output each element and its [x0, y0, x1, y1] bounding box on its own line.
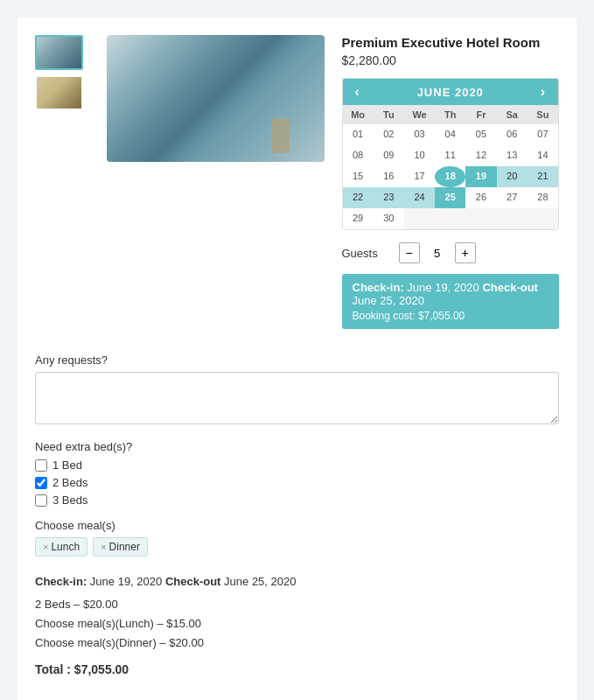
calendar-cell[interactable]: 28 [528, 187, 558, 208]
summary-beds: 2 Beds – $20.00 [35, 595, 559, 614]
meal-dinner-remove[interactable]: × [101, 542, 106, 552]
room-title: Premium Executive Hotel Room [342, 35, 560, 50]
requests-label: Any requests? [35, 354, 559, 367]
summary-checkout-date: June 25, 2020 [224, 575, 296, 588]
calendar-cell[interactable]: 13 [497, 145, 528, 166]
calendar-cell[interactable]: 15 [343, 166, 374, 187]
summary-section: Check-in: June 19, 2020 Check-out June 2… [35, 572, 559, 681]
calendar-cell[interactable]: 04 [435, 124, 465, 145]
summary-checkout-label: Check-out [165, 575, 221, 588]
bed-option-2: 2 Beds [35, 476, 559, 489]
day-we: We [404, 105, 435, 124]
calendar-month: JUNE 2020 [417, 86, 484, 99]
summary-meal-lunch: Choose meal(s)(Lunch) – $15.00 [35, 614, 559, 634]
calendar-cell[interactable]: 16 [374, 166, 404, 187]
calendar-cell[interactable]: 25 [435, 187, 465, 208]
checkin-date: June 19, 2020 [407, 281, 479, 294]
day-mo: Mo [343, 105, 374, 124]
calendar-cell[interactable]: 06 [497, 124, 528, 145]
image-thumbnails [35, 35, 89, 341]
total-value: $7,055.00 [74, 662, 129, 676]
day-su: Su [528, 105, 558, 124]
calendar-grid: 0102030405060708091011121314151617181920… [343, 124, 559, 229]
calendar-cell[interactable]: 27 [497, 187, 528, 208]
calendar-cell[interactable]: 02 [374, 124, 404, 145]
calendar-cell[interactable]: 03 [404, 124, 435, 145]
calendar-header: ‹ JUNE 2020 › [343, 79, 559, 105]
calendar-cell[interactable]: 22 [343, 187, 374, 208]
extra-beds-label: Need extra bed(s)? [35, 440, 559, 453]
meal-section: Choose meal(s) × Lunch × Dinner [35, 519, 559, 556]
meal-lunch-label: Lunch [51, 541, 80, 553]
calendar-cell[interactable]: 26 [465, 187, 496, 208]
calendar-cell[interactable]: 11 [435, 145, 465, 166]
bed-option-3: 3 Beds [35, 494, 559, 507]
checkout-date: June 25, 2020 [353, 294, 424, 307]
bed-option-1: 1 Bed [35, 458, 559, 472]
calendar-day-names: Mo Tu We Th Fr Sa Su [343, 105, 559, 124]
booking-info-box: Check-in: June 19, 2020 Check-out June 2… [342, 274, 560, 329]
bed-1-checkbox[interactable] [35, 459, 47, 472]
calendar: ‹ JUNE 2020 › Mo Tu We Th Fr Sa Su 01020… [342, 78, 560, 230]
calendar-cell[interactable] [528, 208, 558, 229]
meal-tags: × Lunch × Dinner [35, 537, 559, 556]
booking-checkin-line: Check-in: June 19, 2020 Check-out June 2… [353, 281, 549, 307]
cost-label: Booking cost: [353, 310, 416, 322]
calendar-cell[interactable]: 29 [343, 208, 374, 229]
calendar-cell[interactable] [497, 208, 528, 229]
day-th: Th [435, 105, 465, 124]
room-price: $2,280.00 [342, 53, 560, 67]
calendar-cell[interactable]: 09 [374, 145, 404, 166]
checkout-label: Check-out [482, 281, 538, 294]
calendar-cell[interactable]: 10 [404, 145, 435, 166]
booking-cost-line: Booking cost: $7,055.00 [353, 310, 549, 322]
calendar-cell[interactable]: 05 [465, 124, 496, 145]
calendar-next[interactable]: › [537, 84, 549, 100]
bed-1-label[interactable]: 1 Bed [52, 458, 82, 472]
calendar-cell[interactable]: 18 [435, 166, 465, 187]
summary-total: Total : $7,055.00 [35, 660, 559, 681]
guests-plus[interactable]: + [455, 242, 476, 263]
calendar-cell[interactable] [404, 208, 435, 229]
bed-2-checkbox[interactable] [35, 477, 47, 489]
bed-3-label[interactable]: 3 Beds [52, 494, 87, 507]
calendar-cell[interactable] [465, 208, 496, 229]
summary-checkin-date: June 19, 2020 [90, 575, 162, 588]
guests-value: 5 [429, 247, 446, 260]
guests-row: Guests − 5 + [342, 242, 560, 263]
calendar-cell[interactable]: 14 [528, 145, 558, 166]
top-section: Premium Executive Hotel Room $2,280.00 ‹… [35, 35, 559, 341]
summary-checkin-label: Check-in: [35, 575, 87, 588]
summary-checkin-line: Check-in: June 19, 2020 Check-out June 2… [35, 572, 559, 592]
thumb-room[interactable] [35, 75, 83, 110]
calendar-cell[interactable]: 21 [528, 166, 558, 187]
main-hotel-image [107, 35, 325, 162]
meal-dinner-label: Dinner [109, 541, 140, 553]
calendar-cell[interactable]: 24 [404, 187, 435, 208]
calendar-cell[interactable]: 01 [343, 124, 374, 145]
calendar-cell[interactable]: 23 [374, 187, 404, 208]
bed-2-label[interactable]: 2 Beds [52, 476, 87, 489]
calendar-prev[interactable]: ‹ [352, 84, 364, 100]
day-sa: Sa [497, 105, 528, 124]
calendar-cell[interactable] [435, 208, 465, 229]
thumb-lobby[interactable] [35, 35, 83, 70]
meal-tag-lunch[interactable]: × Lunch [35, 537, 87, 556]
meal-tag-dinner[interactable]: × Dinner [93, 537, 148, 556]
meal-lunch-remove[interactable]: × [43, 542, 48, 552]
checkin-label: Check-in: [353, 281, 404, 294]
guests-minus[interactable]: − [399, 242, 420, 263]
calendar-cell[interactable]: 17 [404, 166, 435, 187]
meal-label: Choose meal(s) [35, 519, 559, 532]
calendar-cell[interactable]: 12 [465, 145, 496, 166]
calendar-cell[interactable]: 07 [528, 124, 558, 145]
day-fr: Fr [465, 105, 496, 124]
calendar-cell[interactable]: 19 [465, 166, 496, 187]
requests-textarea[interactable] [35, 372, 559, 424]
extra-beds-section: Need extra bed(s)? 1 Bed 2 Beds 3 Beds [35, 440, 559, 507]
calendar-cell[interactable]: 20 [497, 166, 528, 187]
calendar-cell[interactable]: 30 [374, 208, 404, 229]
booking-panel: Premium Executive Hotel Room $2,280.00 ‹… [342, 35, 560, 341]
bed-3-checkbox[interactable] [35, 494, 47, 507]
calendar-cell[interactable]: 08 [343, 145, 374, 166]
